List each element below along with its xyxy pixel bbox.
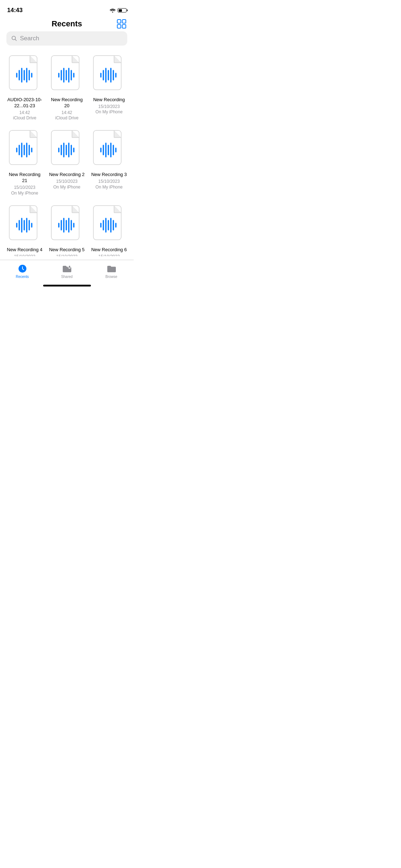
file-date-6: 15/10/2023 <box>98 179 120 185</box>
file-icon-7 <box>8 205 42 244</box>
page-title: Recents <box>52 19 82 29</box>
tab-shared-label: Shared <box>61 275 72 279</box>
search-bar[interactable]: Search <box>6 31 127 46</box>
recents-tab-icon <box>17 264 27 274</box>
svg-rect-2 <box>117 25 121 28</box>
search-icon <box>11 36 17 41</box>
file-name-4: New Recording 21 <box>6 172 43 184</box>
svg-rect-3 <box>122 25 126 28</box>
wifi-icon <box>110 8 115 12</box>
file-location-3: On My iPhone <box>96 109 123 114</box>
file-item-7[interactable]: New Recording 415/10/2023On My iPhone <box>4 201 46 256</box>
file-name-7: New Recording 4 <box>7 247 42 253</box>
svg-rect-0 <box>117 20 121 23</box>
svg-rect-1 <box>122 20 126 23</box>
file-icon-2 <box>50 55 84 94</box>
file-name-3: New Recording <box>93 97 125 103</box>
files-grid: AUDIO-2023-10-22...01-2314:42iCloud Driv… <box>0 51 134 256</box>
status-icons <box>110 8 127 12</box>
file-icon-5 <box>50 130 84 169</box>
file-name-8: New Recording 5 <box>49 247 85 253</box>
file-name-9: New Recording 6 <box>91 247 127 253</box>
file-icon-4 <box>8 130 42 169</box>
file-icon-8 <box>50 205 84 244</box>
file-date-9: 15/10/2023 <box>98 254 120 256</box>
file-location-4: On My iPhone <box>11 191 38 196</box>
file-item-1[interactable]: AUDIO-2023-10-22...01-2314:42iCloud Driv… <box>4 51 46 126</box>
battery-icon <box>118 8 127 12</box>
file-date-1: 14:42 <box>19 110 30 116</box>
status-time: 14:43 <box>7 7 22 14</box>
tab-browse[interactable]: Browse <box>89 264 134 279</box>
file-date-2: 14:42 <box>61 110 72 116</box>
file-date-4: 15/10/2023 <box>14 185 35 191</box>
file-icon-3 <box>92 55 126 94</box>
file-name-5: New Recording 2 <box>49 172 85 178</box>
file-date-8: 15/10/2023 <box>56 254 77 256</box>
status-bar: 14:43 <box>0 0 134 16</box>
file-name-6: New Recording 3 <box>91 172 127 178</box>
file-name-1: AUDIO-2023-10-22...01-23 <box>6 97 43 109</box>
file-location-5: On My iPhone <box>53 185 80 190</box>
page-header: Recents <box>0 16 134 31</box>
file-item-3[interactable]: New Recording15/10/2023On My iPhone <box>88 51 130 126</box>
browse-tab-icon <box>107 264 117 274</box>
tab-browse-label: Browse <box>106 275 117 279</box>
search-placeholder: Search <box>20 35 39 42</box>
tab-recents[interactable]: Recents <box>0 264 45 279</box>
tab-bar: Recents Shared Browse <box>0 260 134 289</box>
tab-shared[interactable]: Shared <box>45 264 89 279</box>
file-item-6[interactable]: New Recording 315/10/2023On My iPhone <box>88 126 130 201</box>
file-location-2: iCloud Drive <box>55 115 78 120</box>
file-item-2[interactable]: New Recording 2014:42iCloud Drive <box>46 51 88 126</box>
svg-point-97 <box>68 266 70 267</box>
tab-recents-label: Recents <box>16 275 29 279</box>
shared-tab-icon <box>62 264 72 274</box>
home-indicator <box>43 285 91 286</box>
search-container: Search <box>0 31 134 51</box>
file-item-4[interactable]: New Recording 2115/10/2023On My iPhone <box>4 126 46 201</box>
file-icon-9 <box>92 205 126 244</box>
file-date-5: 15/10/2023 <box>56 179 77 185</box>
file-date-3: 15/10/2023 <box>98 104 120 110</box>
file-name-2: New Recording 20 <box>48 97 85 109</box>
file-item-8[interactable]: New Recording 515/10/2023On My iPhone <box>46 201 88 256</box>
file-location-6: On My iPhone <box>96 185 123 190</box>
file-item-9[interactable]: New Recording 615/10/2023On My iPhone <box>88 201 130 256</box>
file-icon-1 <box>8 55 42 94</box>
file-icon-6 <box>92 130 126 169</box>
file-location-1: iCloud Drive <box>13 115 36 120</box>
grid-view-button[interactable] <box>117 19 127 29</box>
file-date-7: 15/10/2023 <box>14 254 35 256</box>
file-item-5[interactable]: New Recording 215/10/2023On My iPhone <box>46 126 88 201</box>
